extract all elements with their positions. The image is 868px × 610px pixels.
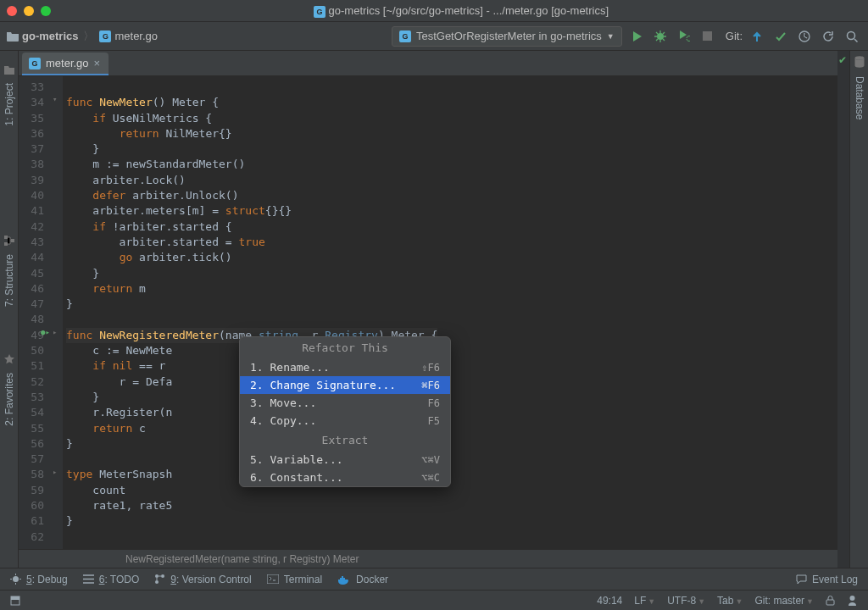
status-encoding[interactable]: UTF-8▼ — [667, 595, 705, 607]
structure-tool-label[interactable]: 7: Structure — [3, 254, 15, 307]
line-number-gutter: 33 34 35 36 37 38 39 40 41 42 43 44 45 4… — [19, 76, 51, 549]
status-square-icon[interactable] — [10, 596, 20, 606]
speech-icon — [796, 574, 807, 585]
breadcrumb-file[interactable]: G meter.go — [99, 30, 158, 42]
titlebar: G go-metrics [~/go/src/go-metrics] - ...… — [0, 0, 868, 22]
status-git[interactable]: Git: master▼ — [754, 595, 814, 607]
terminal-tool-label: Terminal — [284, 574, 322, 585]
tab-label: meter.go — [46, 57, 89, 69]
fold-gutter: ▾ ▸ ●▸ ▸ — [51, 76, 63, 549]
popup-item[interactable]: 4. Copy...F5 — [240, 412, 450, 430]
svg-rect-14 — [11, 596, 19, 600]
go-file-icon: G — [29, 58, 41, 69]
database-tool-icon[interactable] — [854, 56, 865, 68]
vcs-revert-button[interactable] — [819, 27, 837, 46]
svg-point-7 — [854, 56, 864, 60]
right-tool-stripe: Database — [849, 51, 868, 568]
svg-rect-15 — [826, 600, 834, 605]
terminal-icon — [267, 574, 279, 584]
vcs-tool-button[interactable]: 9: Version Control — [154, 574, 251, 585]
git-label: Git: — [726, 30, 743, 42]
breadcrumb-file-label: meter.go — [114, 30, 158, 42]
popup-section-refactor: Refactor This — [240, 337, 450, 358]
svg-point-8 — [13, 576, 19, 582]
vcs-history-button[interactable] — [795, 27, 814, 46]
svg-rect-5 — [4, 242, 8, 246]
caret-info-text: NewRegisteredMeter(name string, r Regist… — [125, 553, 359, 565]
favorites-tool-icon[interactable] — [4, 354, 14, 364]
terminal-tool-button[interactable]: Terminal — [267, 574, 322, 585]
code-editor[interactable]: 33 34 35 36 37 38 39 40 41 42 43 44 45 4… — [19, 76, 837, 549]
inspection-ok-icon: ✔ — [838, 54, 847, 66]
popup-item[interactable]: 5. Variable...⌥⌘V — [240, 451, 450, 469]
structure-tool-icon[interactable] — [4, 236, 14, 246]
run-coverage-button[interactable] — [675, 27, 693, 46]
body: 1: Project 7: Structure 2: Favorites G m… — [0, 51, 868, 568]
docker-icon — [337, 574, 351, 585]
window-title-text: go-metrics [~/go/src/go-metrics] - .../m… — [329, 4, 609, 17]
go-file-icon: G — [99, 30, 111, 42]
minimize-window-button[interactable] — [24, 6, 34, 16]
close-icon[interactable]: × — [94, 57, 101, 69]
debug-tool-button[interactable]: 5: Debug — [10, 574, 68, 585]
folder-icon — [7, 31, 19, 42]
editor-area: G meter.go × 33 34 35 36 37 38 39 40 41 … — [19, 51, 837, 568]
chevron-down-icon: ▼ — [607, 32, 615, 41]
status-caret-pos[interactable]: 49:14 — [597, 595, 622, 607]
popup-item[interactable]: 6. Constant...⌥⌘C — [240, 469, 450, 486]
stop-button[interactable] — [698, 27, 717, 46]
project-tool-label[interactable]: 1: Project — [3, 83, 15, 126]
go-test-icon: G — [399, 30, 411, 42]
breadcrumb-project[interactable]: go-metrics — [7, 30, 78, 42]
status-line-sep[interactable]: LF▼ — [634, 595, 655, 607]
svg-rect-1 — [703, 31, 712, 41]
toolbar: go-metrics 〉 G meter.go G TestGetOrRegis… — [0, 22, 868, 51]
database-tool-label[interactable]: Database — [854, 76, 865, 119]
status-indent[interactable]: Tab▼ — [717, 595, 743, 607]
editor-tabs: G meter.go × — [19, 51, 837, 76]
close-window-button[interactable] — [7, 6, 17, 16]
left-tool-stripe: 1: Project 7: Structure 2: Favorites — [0, 51, 19, 568]
svg-rect-4 — [4, 236, 8, 239]
svg-rect-6 — [11, 239, 14, 242]
run-config-label: TestGetOrRegisterMeter in go-metrics — [416, 30, 602, 42]
svg-point-10 — [155, 580, 159, 584]
breadcrumb-sep: 〉 — [83, 29, 94, 44]
breadcrumb-project-label: go-metrics — [22, 30, 78, 42]
inspection-gutter: ✔ — [837, 51, 849, 568]
bottom-tool-stripe: 5: Debug 6: TODO 9: Version Control Term… — [0, 568, 868, 590]
caret-info: NewRegisteredMeter(name string, r Regist… — [19, 549, 837, 568]
run-config-selector[interactable]: G TestGetOrRegisterMeter in go-metrics ▼ — [392, 26, 622, 47]
svg-rect-12 — [267, 574, 279, 584]
svg-point-0 — [657, 33, 664, 40]
status-bar: 49:14 LF▼ UTF-8▼ Tab▼ Git: master▼ — [0, 590, 868, 610]
event-log-button[interactable]: Event Log — [796, 574, 858, 585]
todo-tool-button[interactable]: 6: TODO — [83, 574, 140, 585]
window-title: G go-metrics [~/go/src/go-metrics] - ...… — [61, 4, 861, 18]
zoom-window-button[interactable] — [41, 6, 51, 16]
window-controls — [7, 6, 51, 16]
popup-item[interactable]: 1. Rename...⇧F6 — [240, 358, 450, 376]
debug-button[interactable] — [651, 27, 670, 46]
popup-item[interactable]: 2. Change Signature...⌘F6 — [240, 376, 450, 394]
svg-point-11 — [161, 574, 164, 578]
breadcrumb: go-metrics 〉 G meter.go — [7, 29, 158, 44]
branch-icon — [154, 574, 165, 585]
favorites-tool-label[interactable]: 2: Favorites — [3, 373, 15, 426]
docker-tool-button[interactable]: Docker — [337, 574, 388, 585]
popup-section-extract: Extract — [240, 430, 450, 451]
run-button[interactable] — [627, 27, 646, 46]
vcs-commit-button[interactable] — [771, 27, 790, 46]
refactor-popup: Refactor This 1. Rename...⇧F62. Change S… — [239, 336, 451, 487]
popup-item[interactable]: 3. Move...F6 — [240, 394, 450, 412]
bug-icon — [10, 574, 21, 585]
project-tool-icon[interactable] — [4, 66, 14, 75]
svg-point-16 — [850, 596, 855, 601]
search-button[interactable] — [843, 27, 861, 46]
go-file-icon: G — [314, 6, 326, 18]
hector-icon[interactable] — [847, 595, 858, 606]
list-icon — [83, 574, 94, 584]
vcs-update-button[interactable] — [748, 27, 766, 46]
lock-icon[interactable] — [826, 595, 835, 606]
tab-meter-go[interactable]: G meter.go × — [22, 53, 108, 75]
